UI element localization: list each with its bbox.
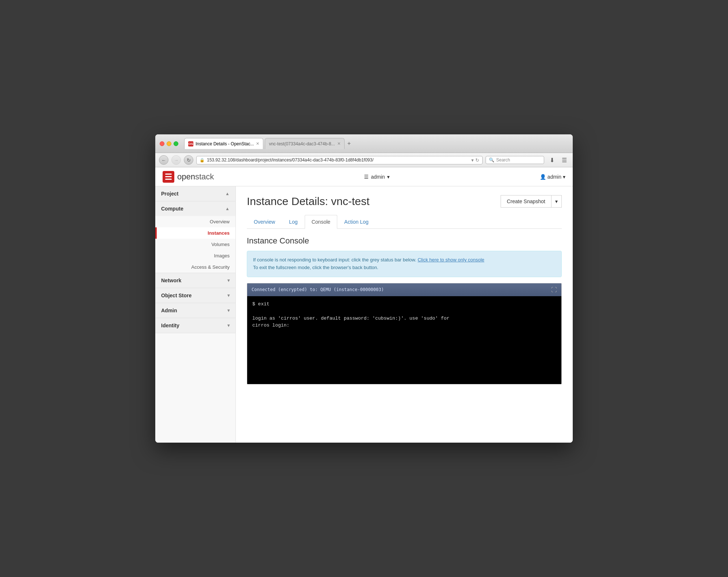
object-store-label: Object Store (161, 293, 192, 298)
page-header: Instance Details: vnc-test Create Snapsh… (247, 195, 562, 208)
tab-log-label: Log (289, 219, 297, 225)
project-chevron: ▲ (225, 191, 230, 196)
sidebar-item-label-access-security: Access & Security (191, 264, 230, 270)
create-snapshot-group: Create Snapshot ▾ (501, 195, 562, 208)
reload-icon: ↻ (187, 157, 191, 163)
sidebar-project-header[interactable]: Project ▲ (155, 186, 235, 201)
search-box[interactable]: 🔍 Search (486, 156, 544, 164)
tab-close-1[interactable]: ✕ (256, 141, 259, 146)
tab-action-log-label: Action Log (344, 219, 368, 225)
compute-label: Compute (161, 206, 183, 212)
title-bar: OS Instance Details - OpenStac... ✕ vnc-… (155, 134, 573, 153)
openstack-logo-svg (164, 173, 172, 181)
download-button[interactable]: ⬇ (547, 155, 557, 165)
user-menu-label: admin (547, 174, 561, 180)
console-connected-text: Connected (encrypted) to: QEMU (instance… (252, 287, 384, 292)
tab-log[interactable]: Log (282, 215, 304, 229)
console-header: Connected (encrypted) to: QEMU (instance… (247, 283, 561, 296)
create-snapshot-button[interactable]: Create Snapshot (501, 195, 551, 208)
forward-icon: → (174, 157, 179, 163)
logo-open: open (177, 172, 195, 181)
sidebar: Project ▲ Compute ▲ Overview Instances V… (155, 186, 236, 443)
header-project-menu[interactable]: ☰ admin ▾ (364, 174, 390, 180)
tab-nav: Overview Log Console Action Log (247, 215, 562, 229)
console-section-title: Instance Console (247, 236, 562, 246)
tab-console[interactable]: Console (305, 215, 337, 229)
address-reload-icon[interactable]: ↻ (475, 157, 479, 163)
sidebar-item-label-images: Images (214, 253, 230, 258)
back-icon: ← (161, 157, 166, 163)
forward-button[interactable]: → (171, 155, 181, 165)
tab-overview[interactable]: Overview (247, 215, 282, 229)
admin-label: Admin (161, 308, 177, 313)
minimize-button[interactable] (167, 141, 171, 146)
tab-close-2[interactable]: ✕ (337, 141, 341, 146)
sidebar-admin-header[interactable]: Admin ▾ (155, 303, 235, 318)
address-bar[interactable]: 🔒 153.92.32.108/dashboard/project/instan… (196, 156, 483, 164)
os-logo-icon (163, 171, 174, 183)
back-button[interactable]: ← (159, 155, 168, 165)
identity-label: Identity (161, 323, 179, 328)
sidebar-item-label-instances: Instances (208, 230, 230, 236)
address-dropdown-icon[interactable]: ▾ (471, 157, 474, 163)
tab-action-log[interactable]: Action Log (337, 215, 375, 229)
nav-bar: ← → ↻ 🔒 153.92.32.108/dashboard/project/… (155, 153, 573, 167)
close-button[interactable] (160, 141, 164, 146)
sidebar-object-store-header[interactable]: Object Store ▾ (155, 288, 235, 303)
sidebar-section-compute: Compute ▲ Overview Instances Volumes Ima… (155, 201, 235, 273)
tab-console-label: Console (312, 219, 330, 225)
tabs-bar: OS Instance Details - OpenStac... ✕ vnc-… (184, 138, 568, 149)
svg-rect-2 (165, 179, 172, 180)
sidebar-compute-header[interactable]: Compute ▲ (155, 201, 235, 216)
create-snapshot-dropdown[interactable]: ▾ (551, 195, 562, 208)
compute-chevron: ▲ (225, 206, 230, 211)
sidebar-section-network: Network ▾ (155, 273, 235, 288)
sidebar-item-instances[interactable]: Instances (155, 227, 235, 239)
info-text-after: To exit the fullscreen mode, click the b… (253, 265, 378, 270)
sidebar-item-label-overview: Overview (210, 219, 230, 224)
console-wrapper: Connected (encrypted) to: QEMU (instance… (247, 283, 562, 384)
search-placeholder: Search (496, 157, 510, 163)
header-user-menu[interactable]: 👤 admin ▾ (540, 174, 565, 180)
tab-favicon-1: OS (188, 141, 193, 146)
console-expand-icon[interactable]: ⛶ (551, 286, 557, 293)
network-chevron: ▾ (227, 278, 230, 283)
tab-label-2: vnc-test(07334a4c-dac3-474b-8... (269, 141, 335, 146)
sidebar-item-volumes[interactable]: Volumes (155, 239, 235, 250)
reload-button[interactable]: ↻ (184, 155, 193, 165)
console-line-1: $ exit (252, 301, 556, 308)
project-label: Project (161, 191, 178, 197)
show-only-console-link[interactable]: Click here to show only console (417, 257, 484, 263)
tab-instance-details[interactable]: OS Instance Details - OpenStac... ✕ (184, 138, 263, 149)
search-icon: 🔍 (489, 157, 494, 163)
new-tab-button[interactable]: + (346, 140, 352, 147)
tab-vnc[interactable]: vnc-test(07334a4c-dac3-474b-8... ✕ (265, 138, 344, 149)
page-title: Instance Details: vnc-test (247, 195, 369, 208)
sidebar-section-admin: Admin ▾ (155, 303, 235, 318)
sidebar-item-images[interactable]: Images (155, 250, 235, 261)
menu-button[interactable]: ☰ (560, 155, 569, 165)
sidebar-section-identity: Identity ▾ (155, 318, 235, 333)
sidebar-item-overview[interactable]: Overview (155, 216, 235, 227)
sidebar-network-header[interactable]: Network ▾ (155, 273, 235, 288)
console-line-2 (252, 308, 556, 315)
sidebar-item-access-security[interactable]: Access & Security (155, 261, 235, 273)
info-text-before: If console is not responding to keyboard… (253, 257, 417, 263)
identity-chevron: ▾ (227, 323, 230, 328)
os-header: openstack ☰ admin ▾ 👤 admin ▾ (155, 167, 573, 186)
traffic-lights (160, 141, 178, 146)
project-menu-chevron: ▾ (387, 174, 390, 180)
sidebar-identity-header[interactable]: Identity ▾ (155, 318, 235, 333)
logo-stack: stack (195, 172, 214, 181)
lock-icon: 🔒 (200, 158, 205, 163)
address-text: 153.92.32.108/dashboard/project/instance… (207, 157, 469, 163)
browser-window: OS Instance Details - OpenStac... ✕ vnc-… (155, 134, 573, 443)
network-label: Network (161, 278, 181, 283)
maximize-button[interactable] (174, 141, 178, 146)
download-icon: ⬇ (550, 157, 554, 164)
sidebar-section-project: Project ▲ (155, 186, 235, 201)
console-body[interactable]: $ exit login as 'cirros' user. default p… (247, 296, 561, 384)
object-store-chevron: ▾ (227, 293, 230, 298)
console-line-4: cirros login: (252, 322, 556, 329)
address-controls: ▾ ↻ (471, 157, 479, 163)
